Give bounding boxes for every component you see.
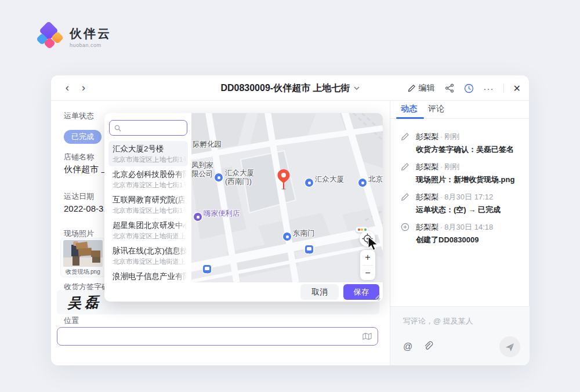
record-title[interactable]: DD0830009-伙伴超市 上地七街 [220,82,350,95]
location-result-item[interactable]: 互联网教育研究院(店) 北京市海淀区上地七街1号汇 [104,192,191,217]
field-label-location: 位置 [64,315,79,326]
modal-header: ‹ › DD0830009-伙伴超市 上地七街 编辑 [51,75,529,101]
mention-button[interactable]: @ [403,341,415,353]
location-search-box[interactable] [109,120,187,136]
brand-logo: 伙伴云 huoban.com [37,23,111,50]
map-canvas[interactable]: 际孵化园 凤到家 限公司 汇众大厦 (西南门) 汇众大厦 北京市 嗨家便利店 [191,113,383,282]
tab-feed[interactable]: 动态 [401,104,417,114]
transit-station-icon [203,265,211,273]
feed-user[interactable]: 彭梨梨 [416,193,438,201]
field-label-date: 运达日期 [64,191,94,202]
map-tiles [191,113,383,282]
location-result-item[interactable]: 超星集团北京研发中心 北京市海淀区上地街道上地一 [104,217,191,243]
mouse-cursor [367,236,381,255]
field-label-store: 店铺名称 [64,152,94,162]
field-label-status: 运单状态 [64,111,94,121]
selected-location-marker[interactable] [276,169,291,191]
map-label-sw-gate-2: (西南门) [225,177,252,187]
location-input[interactable] [57,327,378,346]
map-label-city: 北京市 [368,175,383,184]
history-button[interactable] [464,83,474,93]
map-label-store: 嗨家便利店 [204,209,240,219]
pencil-icon [401,193,410,202]
paperclip-icon [423,341,433,351]
zoom-out-button[interactable]: − [360,266,375,281]
map-label-se-gate: 东南门 [293,228,315,238]
cancel-button[interactable]: 取消 [300,284,339,300]
poi-icon-store [194,213,202,221]
location-result-item[interactable]: 脉讯在线(北京)信息技术 北京市海淀区上地街道上地一 [104,243,191,268]
map-icon[interactable] [362,332,372,340]
map-label-company-2: 限公司 [191,169,213,179]
feed-text: 现场照片：新增收货现场.png [416,175,514,185]
send-icon [505,342,515,352]
picker-footer: 取消 保存 [104,282,383,302]
resize-handle[interactable] [375,294,380,300]
feed-text: 运单状态：(空) → 已完成 [416,205,501,215]
location-picker-popover: 汇众大厦2号楼 北京市海淀区上地七街1号院 北京必创科技股份有限公 北京市海淀区… [104,113,383,302]
more-button[interactable]: ··· [484,84,494,93]
poi-icon-building [305,179,313,187]
poi-icon-city [358,179,367,187]
map-label-incubator: 际孵化园 [193,140,222,150]
attach-button[interactable] [423,341,434,353]
photo-attachment[interactable]: 收货现场.png [60,238,106,277]
send-comment-button[interactable] [499,336,520,357]
feed-user[interactable]: 彭梨梨 [416,223,438,231]
feed-time: 8月30日 17:12 [444,193,493,201]
brand-logo-icon [37,23,64,50]
feed-text: 创建了DD0830009 [416,235,478,245]
feed-text: 收货方签字确认：吴磊已签名 [416,144,514,155]
search-icon [114,125,121,132]
feed-time: 刚刚 [444,132,459,141]
clock-icon [464,84,474,93]
plus-circle-icon [401,223,410,232]
pencil-icon [401,162,410,172]
record-detail-modal: ‹ › DD0830009-伙伴超市 上地七街 编辑 [51,75,529,365]
pencil-icon [401,132,410,141]
feed-user[interactable]: 彭梨梨 [416,132,438,141]
poi-icon-sw-gate [215,173,223,182]
feed-time: 刚刚 [444,162,459,171]
header-divider [503,84,504,93]
pencil-icon [408,84,416,92]
activity-panel: 动态 评论 彭梨梨·刚刚 收货方签字确认：吴磊已签名 彭梨梨·刚刚 现场照片：新… [390,101,529,365]
edit-button[interactable]: 编辑 [408,83,435,93]
photo-filename: 收货现场.png [63,268,103,276]
brand-domain: huoban.com [70,42,111,48]
prev-record-button[interactable]: ‹ [60,80,74,95]
location-search-input[interactable] [124,124,176,132]
active-tab-underline [396,117,424,119]
share-icon [445,84,454,93]
save-button[interactable]: 保存 [343,284,379,300]
chevron-down-icon[interactable] [354,86,360,90]
location-result-item[interactable]: 北京必创科技股份有限公 北京市海淀区上地七街1号汇 [104,166,191,192]
next-record-button[interactable]: › [77,80,90,95]
status-badge[interactable]: 已完成 [64,130,102,144]
poi-icon-se-gate [283,233,291,241]
transit-station-icon [305,245,313,253]
photo-thumbnail [63,240,103,267]
signature-value: 吴磊 [67,293,102,313]
location-result-item[interactable]: 汇众大厦2号楼 北京市海淀区上地七街1号院 [104,141,191,166]
date-value[interactable]: 2022-08-31 [64,204,108,213]
map-label-building: 汇众大厦 [315,175,344,184]
feed-user[interactable]: 彭梨梨 [416,162,438,171]
activity-tabs: 动态 评论 [390,101,529,119]
close-button[interactable]: ✕ [513,83,521,94]
brand-name: 伙伴云 [70,26,111,42]
feed-time: 8月30日 14:18 [444,223,493,231]
comment-input[interactable]: 写评论，@ 提及某人 [403,316,473,326]
share-button[interactable] [444,83,455,93]
comment-composer: 写评论，@ 提及某人 @ [390,306,530,365]
tab-comments[interactable]: 评论 [428,104,444,114]
